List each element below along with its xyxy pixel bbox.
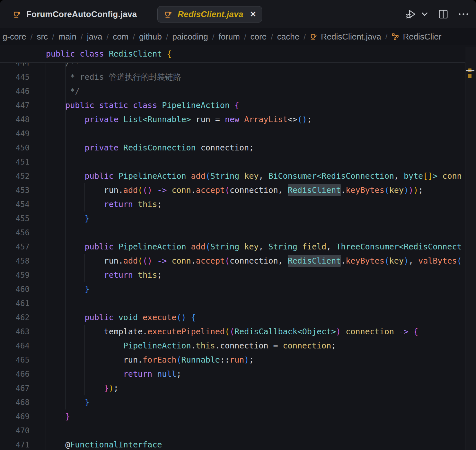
code-line[interactable]: 466 return null; bbox=[0, 367, 476, 381]
breadcrumb-item[interactable]: github bbox=[139, 32, 162, 41]
code-token bbox=[46, 341, 123, 350]
line-number[interactable]: 453 bbox=[0, 183, 30, 197]
code-token: executePipelined bbox=[147, 327, 225, 336]
line-number[interactable]: 464 bbox=[0, 339, 30, 353]
code-line[interactable]: 450 private RedisConnection connection; bbox=[0, 141, 476, 155]
split-editor-icon[interactable] bbox=[438, 9, 448, 19]
chevron-down-icon[interactable] bbox=[421, 12, 428, 16]
class-symbol-icon bbox=[392, 33, 400, 41]
line-number[interactable]: 446 bbox=[0, 84, 30, 98]
breadcrumb-item[interactable]: g-core bbox=[3, 32, 26, 41]
line-number[interactable]: 468 bbox=[0, 395, 30, 410]
code-line[interactable]: 448 private List<Runnable> run = new Arr… bbox=[0, 113, 476, 127]
breadcrumb-file[interactable]: RedisClient.java bbox=[310, 32, 381, 42]
code-token: -> bbox=[399, 327, 409, 336]
line-number[interactable]: 463 bbox=[0, 325, 30, 339]
breadcrumb-item[interactable]: paicoding bbox=[172, 32, 208, 41]
code-line[interactable]: 471 @FunctionalInterface bbox=[0, 438, 476, 450]
line-number[interactable]: 471 bbox=[0, 438, 30, 450]
code-token: accept bbox=[196, 185, 225, 195]
code-line[interactable]: 470 bbox=[0, 424, 476, 438]
code-token: key bbox=[389, 185, 404, 195]
code-line[interactable]: 469 } bbox=[0, 410, 476, 424]
breadcrumb-item[interactable]: src bbox=[37, 32, 48, 41]
breadcrumb-item[interactable]: com bbox=[113, 32, 128, 41]
breadcrumb-item[interactable]: forum bbox=[218, 32, 240, 41]
code-text: return null; bbox=[46, 367, 181, 381]
scroll-marker bbox=[468, 74, 472, 78]
code-line[interactable]: 459 return this; bbox=[0, 268, 476, 282]
line-number[interactable]: 470 bbox=[0, 424, 30, 438]
line-number[interactable]: 454 bbox=[0, 197, 30, 212]
code-line[interactable]: 461 bbox=[0, 296, 476, 310]
editor-window: ForumCoreAutoConfig.java RedisClient.jav… bbox=[0, 0, 476, 450]
line-number[interactable]: 450 bbox=[0, 141, 30, 155]
code-token: null bbox=[157, 369, 176, 379]
code-line[interactable]: 462 public void execute() { bbox=[0, 310, 476, 325]
code-line[interactable]: 453 run.add(() -> conn.accept(connection… bbox=[0, 183, 476, 197]
code-token: * redis 管道执行的封装链路 bbox=[46, 72, 181, 82]
line-number[interactable]: 451 bbox=[0, 155, 30, 169]
code-line[interactable]: 465 run.forEach(Runnable::run); bbox=[0, 353, 476, 367]
code-line[interactable]: 452 public PipelineAction add(String key… bbox=[0, 169, 476, 183]
line-number[interactable]: 449 bbox=[0, 127, 30, 141]
line-number[interactable]: 457 bbox=[0, 240, 30, 254]
gutter-padding bbox=[30, 325, 46, 339]
line-number[interactable]: 461 bbox=[0, 296, 30, 310]
breadcrumb-item[interactable]: main bbox=[58, 32, 76, 41]
line-number[interactable]: 469 bbox=[0, 410, 30, 424]
line-number[interactable]: 465 bbox=[0, 353, 30, 367]
code-token: , bbox=[394, 171, 404, 181]
code-line[interactable]: 464 PipelineAction.this.connection = con… bbox=[0, 339, 476, 353]
code-editor[interactable]: public class RedisClient { 444 /**445 * … bbox=[0, 45, 476, 450]
gutter-padding bbox=[30, 197, 46, 212]
code-text: run.add(() -> conn.accept(connection, Re… bbox=[46, 254, 462, 268]
line-number[interactable]: 462 bbox=[0, 310, 30, 325]
close-icon[interactable]: ✕ bbox=[250, 11, 256, 18]
breadcrumb-item[interactable]: java bbox=[87, 32, 102, 41]
line-number[interactable]: 456 bbox=[0, 226, 30, 240]
line-number[interactable]: 455 bbox=[0, 212, 30, 226]
code-line[interactable]: 455 } bbox=[0, 212, 476, 226]
code-token: ; bbox=[176, 369, 181, 379]
line-number[interactable]: 448 bbox=[0, 113, 30, 127]
line-number[interactable]: 460 bbox=[0, 282, 30, 296]
breadcrumb-symbol[interactable]: RedisClier bbox=[392, 32, 441, 42]
code-text: public PipelineAction add(String key, St… bbox=[46, 240, 462, 254]
sticky-header-line[interactable]: public class RedisClient { bbox=[0, 45, 465, 63]
code-token: } bbox=[46, 284, 89, 294]
code-token bbox=[138, 313, 143, 322]
code-line[interactable]: 445 * redis 管道执行的封装链路 bbox=[0, 70, 476, 84]
breadcrumb-item[interactable]: core bbox=[251, 32, 267, 41]
code-line[interactable]: 447 public static class PipelineAction { bbox=[0, 98, 476, 113]
code-line[interactable]: 468 } bbox=[0, 395, 476, 410]
line-number[interactable]: 466 bbox=[0, 367, 30, 381]
code-line[interactable]: 449 bbox=[0, 127, 476, 141]
line-number[interactable]: 447 bbox=[0, 98, 30, 113]
code-line[interactable]: 446 */ bbox=[0, 84, 476, 98]
code-line[interactable]: 454 return this; bbox=[0, 197, 476, 212]
line-number[interactable]: 452 bbox=[0, 169, 30, 183]
code-line[interactable]: 456 bbox=[0, 226, 476, 240]
breadcrumb-item[interactable]: cache bbox=[277, 32, 299, 41]
code-line[interactable]: 457 public PipelineAction add(String key… bbox=[0, 240, 476, 254]
code-line[interactable]: 451 bbox=[0, 155, 476, 169]
more-actions-icon[interactable] bbox=[458, 13, 469, 16]
line-number[interactable]: 445 bbox=[0, 70, 30, 84]
code-line[interactable]: 467 }); bbox=[0, 381, 476, 395]
line-number[interactable]: 458 bbox=[0, 254, 30, 268]
code-token bbox=[186, 313, 191, 322]
code-token: { bbox=[413, 327, 418, 336]
code-token: ; bbox=[157, 270, 162, 280]
code-line[interactable]: 463 template.executePipelined((RedisCall… bbox=[0, 325, 476, 339]
code-token: connection, bbox=[230, 256, 288, 266]
line-number[interactable]: 459 bbox=[0, 268, 30, 282]
tab-forumcoreautoconfig[interactable]: ForumCoreAutoConfig.java bbox=[13, 9, 137, 19]
breadcrumb-separator: / bbox=[52, 32, 54, 41]
line-number[interactable]: 467 bbox=[0, 381, 30, 395]
code-line[interactable]: 460 } bbox=[0, 282, 476, 296]
code-line[interactable]: 458 run.add(() -> conn.accept(connection… bbox=[0, 254, 476, 268]
run-debug-icon[interactable] bbox=[405, 8, 417, 20]
tab-redisclient[interactable]: RedisClient.java ✕ bbox=[157, 6, 262, 22]
breadcrumb-separator: / bbox=[212, 32, 215, 41]
